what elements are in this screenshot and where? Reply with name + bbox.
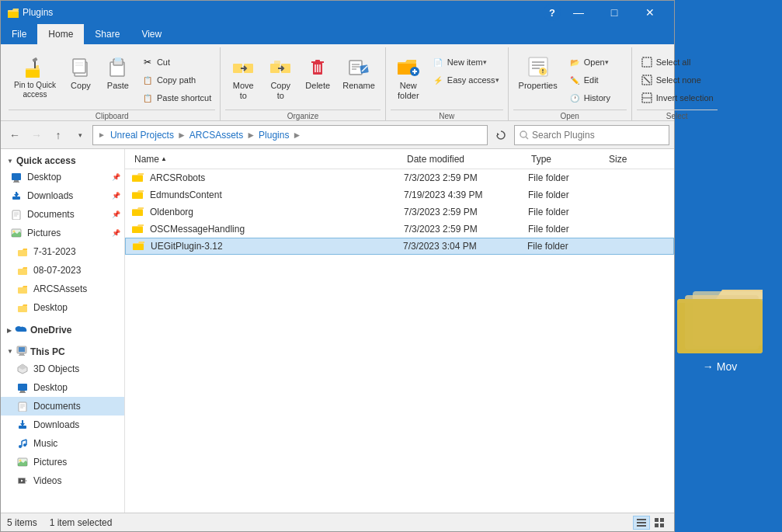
edit-button[interactable]: ✏️ Edit <box>565 71 627 89</box>
sidebar-item-3d-objects[interactable]: 3D Objects <box>1 360 124 378</box>
pictures-pin: 📌 <box>112 229 120 237</box>
table-row[interactable]: Oldenborg 7/3/2023 2:59 PM File folder <box>125 203 674 221</box>
tab-share[interactable]: Share <box>84 24 130 44</box>
refresh-button[interactable] <box>491 125 511 145</box>
svg-rect-106 <box>655 518 659 522</box>
path-arcs-assets[interactable]: ARCSAssets <box>189 130 243 141</box>
svg-rect-102 <box>133 244 144 250</box>
copy-path-button[interactable]: 📋 Copy path <box>137 71 215 89</box>
path-plugins[interactable]: Plugins <box>259 130 289 141</box>
onedrive-label: OneDrive <box>30 325 71 336</box>
invert-selection-button[interactable]: Invert selection <box>637 89 718 106</box>
sidebar-item-downloads-pc[interactable]: Downloads <box>1 416 124 434</box>
search-bar[interactable] <box>514 125 669 145</box>
address-bar[interactable]: ► Unreal Projects ► ARCSAssets ► Plugins… <box>92 125 488 145</box>
maximize-button[interactable]: □ <box>596 1 632 24</box>
explorer-window: Plugins ? — □ ✕ File Home Share View <box>0 0 675 532</box>
move-to-button[interactable]: Moveto <box>225 50 261 106</box>
sidebar-item-music[interactable]: Music <box>1 434 124 453</box>
downloads-label: Downloads <box>27 190 112 201</box>
open-icon: 📂 <box>568 56 581 68</box>
window-title: Plugins <box>23 7 544 18</box>
back-button[interactable]: ← <box>5 126 24 144</box>
svg-point-41 <box>542 72 544 74</box>
table-row[interactable]: EdmundsContent 7/19/2023 4:39 PM File fo… <box>125 186 674 203</box>
minimize-button[interactable]: — <box>561 1 596 24</box>
search-input[interactable] <box>532 130 664 141</box>
history-button[interactable]: 🕐 History <box>565 89 627 106</box>
pin-indicator: 📌 <box>112 173 120 181</box>
sidebar-item-pictures[interactable]: Pictures 📌 <box>1 224 124 242</box>
copy-to-button[interactable]: Copyto <box>262 50 298 106</box>
recent-button[interactable]: ▾ <box>71 126 89 144</box>
svg-rect-100 <box>132 227 143 233</box>
select-all-button[interactable]: Select all <box>637 54 718 71</box>
sidebar-item-7-31[interactable]: 7-31-2023 <box>1 242 124 261</box>
open-button[interactable]: 📂 Open ▾ <box>565 54 627 71</box>
new-item-button[interactable]: 📄 New item ▾ <box>428 54 503 71</box>
folder-icon-desktop2 <box>16 301 29 314</box>
new-item-label: New item <box>447 57 483 67</box>
documents-icon <box>10 208 23 221</box>
new-folder-button[interactable]: Newfolder <box>391 50 426 106</box>
col-header-name[interactable]: Name ▲ <box>131 154 404 165</box>
sidebar-item-pictures-pc[interactable]: Pictures <box>1 453 124 471</box>
table-row[interactable]: UEGitPlugin-3.12 7/3/2023 3:04 PM File f… <box>125 238 674 255</box>
title-bar: Plugins ? — □ ✕ <box>1 1 674 24</box>
paste-shortcut-button[interactable]: 📋 Paste shortcut <box>137 89 215 106</box>
paste-button[interactable]: Paste <box>100 50 136 106</box>
select-all-icon <box>641 56 653 68</box>
move-to-label: Moveto <box>233 81 254 101</box>
easy-access-button[interactable]: ⚡ Easy access ▾ <box>428 71 503 89</box>
col-header-size[interactable]: Size <box>606 154 668 165</box>
sidebar-item-downloads[interactable]: Downloads 📌 <box>1 186 124 205</box>
cut-button[interactable]: ✂ Cut <box>137 54 215 71</box>
sidebar-item-desktop[interactable]: Desktop 📌 <box>1 168 124 186</box>
onedrive-header[interactable]: ▶ OneDrive <box>1 320 124 337</box>
sidebar-item-desktop-pc[interactable]: Desktop <box>1 378 124 397</box>
documents-pc-label: Documents <box>33 401 120 412</box>
tab-home[interactable]: Home <box>37 24 84 44</box>
drag-folder-icon <box>673 280 766 357</box>
address-path: ► Unreal Projects ► ARCSAssets ► Plugins… <box>98 130 303 141</box>
svg-rect-68 <box>19 353 24 355</box>
sidebar-item-08-07[interactable]: 08-07-2023 <box>1 261 124 280</box>
sidebar-item-arcs[interactable]: ARCSAssets <box>1 280 124 298</box>
tab-file[interactable]: File <box>1 24 37 44</box>
rename-button[interactable]: Rename <box>337 50 381 106</box>
list-view-button[interactable] <box>633 516 650 530</box>
quick-access-label: Quick access <box>16 155 76 166</box>
svg-rect-7 <box>73 59 85 73</box>
copy-button[interactable]: Copy <box>63 50 99 106</box>
tab-view[interactable]: View <box>130 24 172 44</box>
sidebar-item-documents[interactable]: Documents 📌 <box>1 205 124 224</box>
this-pc-header[interactable]: ▼ This PC <box>1 340 124 360</box>
svg-marker-46 <box>497 133 499 136</box>
select-none-icon <box>641 74 653 86</box>
pin-quick-access-button[interactable]: Pin to Quickaccess <box>9 50 61 106</box>
downloads-icon <box>10 190 23 202</box>
desktop-label: Desktop <box>27 172 112 183</box>
this-pc-section: ▼ This PC 3D Objects Desktop <box>1 339 124 492</box>
col-header-date[interactable]: Date modified <box>404 154 528 165</box>
file-type: File folder <box>528 207 606 217</box>
quick-access-header[interactable]: ▼ Quick access <box>1 151 124 168</box>
up-button[interactable]: ↑ <box>49 126 68 144</box>
details-view-button[interactable] <box>651 516 668 530</box>
path-unreal-projects[interactable]: Unreal Projects <box>110 130 174 141</box>
close-button[interactable]: ✕ <box>632 1 668 24</box>
help-button[interactable]: ? <box>544 4 561 21</box>
svg-rect-49 <box>12 173 21 180</box>
col-header-type[interactable]: Type <box>528 154 606 165</box>
sidebar-item-videos[interactable]: Videos <box>1 471 124 490</box>
properties-button[interactable]: Properties <box>513 50 563 106</box>
table-row[interactable]: OSCMessageHandling 7/3/2023 2:59 PM File… <box>125 221 674 238</box>
table-row[interactable]: ARCSRobots 7/3/2023 2:59 PM File folder <box>125 169 674 186</box>
forward-button[interactable]: → <box>27 126 46 144</box>
delete-button[interactable]: Delete <box>300 50 335 106</box>
documents-pc-icon <box>16 400 29 412</box>
select-none-button[interactable]: Select none <box>637 71 718 89</box>
sidebar-item-documents-pc[interactable]: Documents <box>1 397 124 416</box>
onedrive-icon <box>15 325 27 336</box>
sidebar-item-desktop2[interactable]: Desktop <box>1 298 124 317</box>
